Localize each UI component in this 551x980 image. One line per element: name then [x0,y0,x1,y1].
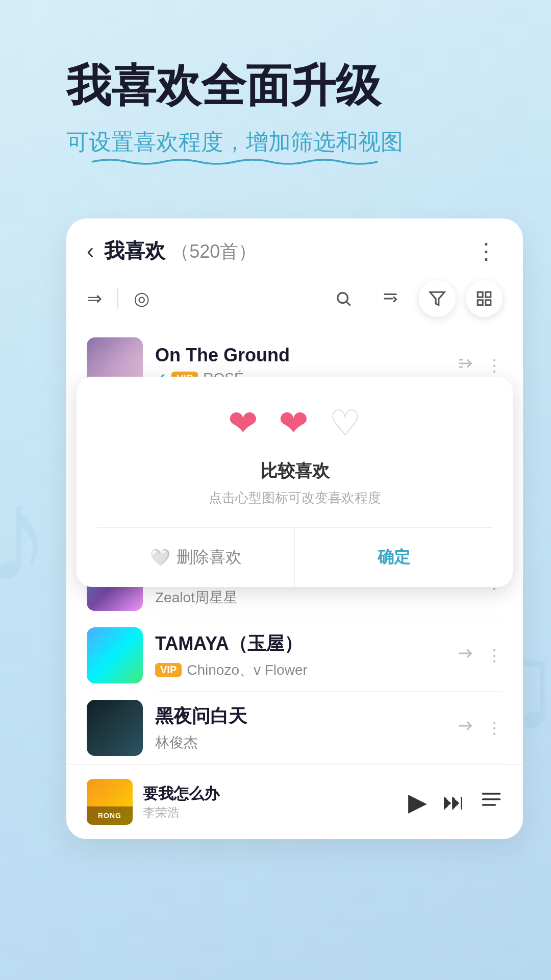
song-thumbnail [87,700,143,756]
heart-delete-icon: 🤍 [150,548,170,567]
song-actions: ⋮ [457,355,503,376]
toolbar: ⇒ ◎ [66,275,523,329]
song-artist: Chinozo、v Flower [187,660,308,680]
search-button[interactable] [325,280,362,317]
now-playing-thumbnail: RONG [87,779,133,825]
main-title: 我喜欢全面升级 [66,61,510,111]
timer-icon[interactable]: ◎ [134,288,149,309]
card-header: ‹ 我喜欢 （520首） ⋮ [66,218,523,275]
song-info: TAMAYA（玉屋） VIP Chinozo、v Flower [155,631,444,680]
more-song-icon[interactable]: ⋮ [486,356,503,375]
playlist-button[interactable] [480,788,503,816]
heart-3-icon[interactable]: ♡ [329,402,361,444]
svg-line-1 [347,302,350,305]
song-title: 黑夜问白天 [155,704,444,729]
svg-rect-7 [478,300,483,305]
add-to-queue-icon[interactable] [457,355,474,376]
popup-hearts: ❤ ❤ ♡ [97,402,492,444]
song-info: 黑夜问白天 林俊杰 [155,704,444,752]
delete-favorite-button[interactable]: 🤍 删除喜欢 [97,528,295,587]
song-artist: 林俊杰 [155,733,198,752]
add-to-queue-icon[interactable] [457,645,474,666]
song-actions: ⋮ [457,645,503,666]
now-playing-artist: 李荣浩 [143,804,408,821]
popup-actions: 🤍 删除喜欢 确定 [97,527,492,587]
popup-hint: 点击心型图标可改变喜欢程度 [97,489,492,507]
bg-deco-left: ♪ [0,459,51,612]
song-title: TAMAYA（玉屋） [155,631,444,656]
more-button[interactable]: ⋮ [470,238,503,264]
play-button[interactable]: ▶ [408,788,427,816]
player-controls: ▶ ⏭ [408,788,503,816]
now-playing-title: 要我怎么办 [143,783,408,804]
svg-rect-5 [478,292,483,298]
add-to-queue-icon[interactable] [457,717,474,739]
svg-marker-4 [430,292,444,306]
heart-1-icon[interactable]: ❤ [228,402,258,444]
song-list: ❤️ On The Ground ✔ VIP ROSÉ ⋮ [66,329,523,839]
main-card: ‹ 我喜欢 （520首） ⋮ ⇒ ◎ [66,218,523,839]
favorite-popup: ❤ ❤ ♡ 比较喜欢 点击心型图标可改变喜欢程度 🤍 删除喜欢 确定 [77,377,513,587]
wavy-underline [66,157,403,166]
play-order-icon[interactable]: ⇒ [87,288,102,309]
now-playing-info: 要我怎么办 李荣浩 [143,783,408,821]
back-button[interactable]: ‹ [87,239,94,263]
heart-2-icon[interactable]: ❤ [279,402,309,444]
confirm-button[interactable]: 确定 [295,528,492,587]
bottom-player-bar: RONG 要我怎么办 李荣浩 ▶ ⏭ [66,764,523,839]
song-actions: ⋮ [457,717,503,739]
grid-button[interactable] [466,280,503,317]
more-song-icon[interactable]: ⋮ [486,646,503,665]
song-thumbnail [87,627,143,683]
sort-button[interactable] [372,280,409,317]
popup-label: 比较喜欢 [97,459,492,483]
toolbar-divider [117,288,118,309]
next-button[interactable]: ⏭ [442,789,465,815]
song-item[interactable]: TAMAYA（玉屋） VIP Chinozo、v Flower ⋮ [66,619,523,692]
filter-button[interactable] [419,280,456,317]
favorite-popup-overlay: ❤ ❤ ♡ 比较喜欢 点击心型图标可改变喜欢程度 🤍 删除喜欢 确定 [66,377,523,587]
song-artist: Zealot周星星 [155,588,238,607]
svg-rect-6 [486,292,491,298]
song-title: On The Ground [155,345,444,366]
more-song-icon[interactable]: ⋮ [486,718,503,738]
top-section: 我喜欢全面升级 可设置喜欢程度，增加筛选和视图 [0,0,551,188]
subtitle: 可设置喜欢程度，增加筛选和视图 [66,126,403,158]
vip-badge: VIP [155,663,182,677]
svg-rect-8 [486,300,491,305]
song-item[interactable]: 黑夜问白天 林俊杰 ⋮ [66,692,523,764]
playlist-title: 我喜欢 （520首） [104,237,470,265]
